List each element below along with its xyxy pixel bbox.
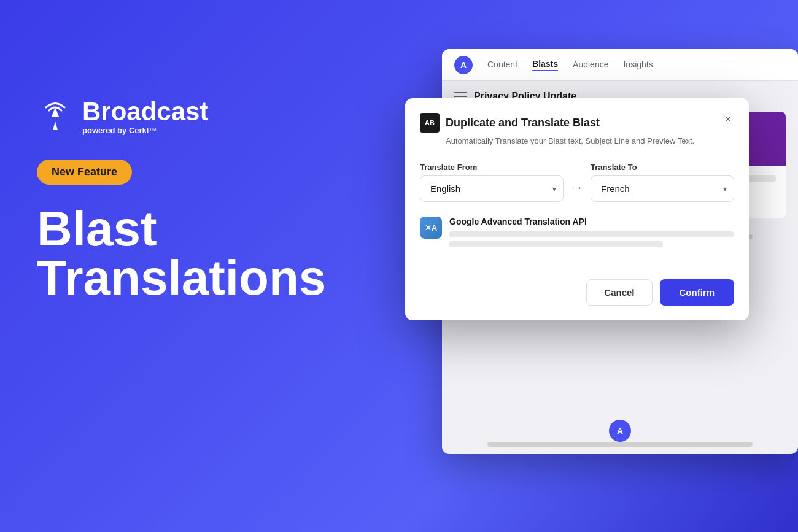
provider-icon: ✕A <box>420 217 442 239</box>
translate-direction-arrow: → <box>571 180 583 195</box>
right-content: A Content Blasts Audience Insights Priva… <box>405 49 798 491</box>
provider-line-1 <box>449 231 734 237</box>
nav-item-blasts[interactable]: Blasts <box>532 59 558 71</box>
logo-brand-text: Broadcast <box>82 99 208 125</box>
translate-from-select[interactable]: English Spanish French German <box>420 175 564 202</box>
provider-name: Google Advanced Translation API <box>449 217 734 226</box>
nav-item-content[interactable]: Content <box>487 60 517 71</box>
translate-to-label: Translate To <box>591 163 734 172</box>
modal-header: AB Duplicate and Translate Blast Automat… <box>405 98 749 153</box>
modal-title-row: AB Duplicate and Translate Blast <box>420 113 734 133</box>
logo-powered-text: powered by Cerkl™ <box>82 126 208 135</box>
new-feature-badge: New Feature <box>37 160 132 185</box>
provider-lines <box>449 231 734 247</box>
heading-line1: Blast <box>37 204 381 253</box>
main-heading: Blast Translations <box>37 204 381 303</box>
cancel-button[interactable]: Cancel <box>586 279 652 306</box>
modal-title: Duplicate and Translate Blast <box>446 117 600 129</box>
heading-line2: Translations <box>37 253 381 303</box>
app-nav: Content Blasts Audience Insights <box>487 59 786 71</box>
logo-area: Broadcast powered by Cerkl™ <box>37 98 381 135</box>
modal-ab-icon: AB <box>420 113 440 133</box>
translate-from-group: Translate From English Spanish French Ge… <box>420 163 564 202</box>
translate-from-select-wrapper: English Spanish French German ▾ <box>420 175 564 202</box>
modal-footer: Cancel Confirm <box>405 269 749 320</box>
translate-to-select-wrapper: French English Spanish German ▾ <box>591 175 734 202</box>
nav-item-audience[interactable]: Audience <box>573 60 608 71</box>
translate-to-select[interactable]: French English Spanish German <box>591 175 734 202</box>
app-topbar: A Content Blasts Audience Insights <box>442 49 798 81</box>
logo-text-area: Broadcast powered by Cerkl™ <box>82 99 208 135</box>
confirm-button[interactable]: Confirm <box>660 279 735 306</box>
provider-info: Google Advanced Translation API <box>449 217 734 247</box>
app-logo: A <box>454 56 473 74</box>
provider-line-2 <box>449 241 663 247</box>
modal-subtitle: Automatically Translate your Blast text,… <box>446 136 734 145</box>
left-content: Broadcast powered by Cerkl™ New Feature … <box>37 98 381 303</box>
modal-close-button[interactable]: × <box>719 110 737 128</box>
app-bottom-logo: A <box>609 420 631 442</box>
nav-item-insights[interactable]: Insights <box>623 60 653 71</box>
translate-to-group: Translate To French English Spanish Germ… <box>591 163 734 202</box>
translation-provider: ✕A Google Advanced Translation API <box>420 217 734 247</box>
app-bottom: A <box>442 434 798 454</box>
modal-overlay: AB Duplicate and Translate Blast Automat… <box>405 98 749 320</box>
app-bottom-line <box>487 442 753 447</box>
translate-from-label: Translate From <box>420 163 564 172</box>
modal-body: Translate From English Spanish French Ge… <box>405 153 749 269</box>
broadcast-logo-icon <box>37 98 74 135</box>
translate-row: Translate From English Spanish French Ge… <box>420 163 734 202</box>
provider-icon-text: ✕A <box>425 223 437 233</box>
